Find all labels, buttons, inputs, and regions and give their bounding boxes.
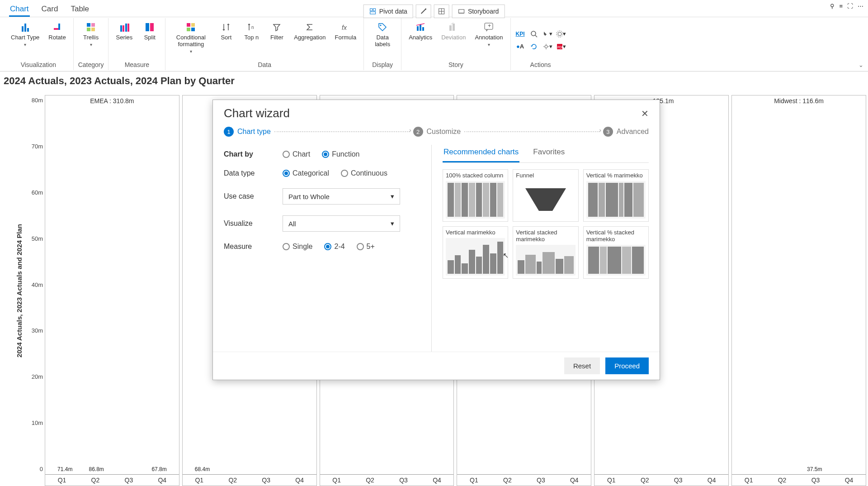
topn-button[interactable]: n Top n [241,20,262,42]
x-tick: Q4 [832,475,866,486]
card-funnel[interactable]: Funnel [513,169,578,222]
deviation-button[interactable]: Deviation [439,20,468,42]
card-vertical-pct-marimekko[interactable]: Vertical % marimekko [583,169,649,222]
card-vertical-pct-stacked-marimekko[interactable]: Vertical % stacked marimekko [583,226,649,279]
trellis-button[interactable]: Trellis ▾ [80,20,102,48]
series-icon [118,21,131,33]
radio-categorical[interactable]: Categorical [283,169,329,177]
visualize-select[interactable]: All▾ [283,215,400,232]
storyboard-button[interactable]: Storyboard [452,5,505,18]
expand-icon[interactable]: ⛶ [847,3,853,10]
radio-continuous[interactable]: Continuous [341,169,387,177]
topn-icon: n [245,21,258,33]
filter-button[interactable]: Filter [266,20,288,42]
x-tick: Q3 [387,475,420,486]
split-button[interactable]: Split [139,20,160,42]
group-visualization: Visualization [8,60,69,68]
proceed-button[interactable]: Proceed [605,357,649,374]
tab-card[interactable]: Card [41,3,59,17]
svg-rect-21 [127,24,129,32]
card-100-stacked-column[interactable]: 100% stacked column [443,169,508,222]
radio-5plus[interactable]: 5+ [357,243,375,251]
template-button[interactable] [434,5,449,18]
svg-rect-9 [22,26,24,32]
pivot-icon [369,8,377,15]
a-button[interactable]: ●A [515,42,525,52]
settings-action-icon[interactable]: ▾ [542,42,552,52]
svg-text:n: n [251,25,254,30]
card-vertical-marimekko[interactable]: Vertical marimekko [443,226,508,279]
x-tick: Q1 [320,475,354,486]
data-label: 67.8m [151,466,166,472]
chevron-down-icon: ▾ [190,49,192,54]
tab-recommended[interactable]: Recommended charts [443,145,519,162]
step-3-label[interactable]: Advanced [617,128,649,136]
radio-chart[interactable]: Chart [283,150,310,158]
wand-icon [420,8,427,15]
cond-format-button[interactable]: Conditional formatting ▾ [170,20,212,55]
sort-button[interactable]: Sort [215,20,237,42]
paint-action-icon[interactable]: ▾ [542,29,552,39]
series-button[interactable]: Series [113,20,135,42]
chevron-down-icon: ▾ [391,219,394,228]
tag-icon [376,21,389,33]
chart-type-button[interactable]: Chart Type ▾ [8,20,42,48]
step-1-label[interactable]: Chart type [237,128,271,136]
pin-icon[interactable]: ⚲ [830,3,835,10]
radio-2-4[interactable]: 2-4 [324,243,344,251]
filter-icon[interactable]: ≡ [839,3,843,10]
x-tick: Q2 [765,475,799,486]
step-2-label[interactable]: Customize [427,128,461,136]
formula-button[interactable]: fx Formula [332,20,359,42]
chevron-down-icon: ▾ [488,42,490,47]
rotate-button[interactable]: Rotate [46,20,68,42]
chart-wizard-modal: Chart wizard ✕ 1Chart type 2Customize 3A… [212,100,660,380]
fx-icon: fx [339,21,352,33]
radio-single[interactable]: Single [283,243,312,251]
svg-rect-1 [373,9,376,11]
x-tick: Q3 [799,475,832,486]
measure-label: Measure [224,243,283,251]
use-case-select[interactable]: Part to Whole▾ [283,188,400,205]
radio-function[interactable]: Function [322,150,359,158]
wizard-button[interactable] [416,5,431,18]
svg-rect-32 [420,24,421,31]
chart-title: 2024 Actuals, 2023 Actuals, 2024 Plan by… [0,71,868,89]
y-tick: 20m [25,373,45,380]
svg-rect-25 [191,23,195,27]
annotation-button[interactable]: + Annotation ▾ [472,20,505,48]
svg-rect-15 [91,23,95,27]
tab-chart[interactable]: Chart [9,3,30,17]
svg-text:PDF: PDF [557,46,563,49]
gear-action-icon[interactable]: ▾ [556,29,566,39]
chevron-down-icon: ▾ [391,192,394,200]
step-3-num: 3 [603,127,613,137]
kpi-button[interactable]: KPI [515,29,525,39]
svg-rect-19 [123,25,124,32]
x-tick: Q2 [628,475,661,486]
x-tick: Q4 [146,475,179,486]
x-tick: Q1 [183,475,216,486]
more-icon[interactable]: ⋯ [858,3,863,10]
y-tick: 70m [25,143,45,150]
svg-rect-2 [370,12,376,14]
refresh-icon[interactable] [529,42,539,52]
svg-line-41 [535,35,537,37]
x-tick: Q3 [250,475,283,486]
close-icon[interactable]: ✕ [641,108,649,119]
tab-table[interactable]: Table [70,3,90,17]
pivot-data-button[interactable]: Pivot data [363,5,413,18]
x-tick: Q2 [491,475,524,486]
svg-rect-13 [58,24,60,30]
reset-button[interactable]: Reset [564,357,600,374]
card-vertical-stacked-marimekko[interactable]: Vertical stacked marimekko [513,226,578,279]
ribbon-collapse-icon[interactable]: ⌄ [859,62,863,68]
aggregation-button[interactable]: Aggregation [291,20,328,42]
data-labels-button[interactable]: Data labels [368,20,396,49]
storyboard-label: Storyboard [468,8,499,15]
svg-rect-24 [187,23,190,27]
tab-favorites[interactable]: Favorites [532,145,566,162]
pdf-export-icon[interactable]: PDF▾ [556,42,566,52]
analytics-button[interactable]: Analytics [406,20,435,42]
search-action-icon[interactable] [529,29,539,39]
